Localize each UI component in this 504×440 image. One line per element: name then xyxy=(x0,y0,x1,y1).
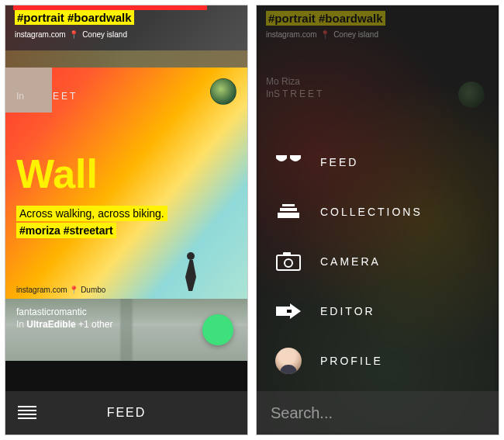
post-tags: #portrait #boardwalk xyxy=(15,10,134,25)
ghost-meta: instagram.com 📍 Coney island xyxy=(266,30,489,39)
menu-item-collections[interactable]: COLLECTIONS xyxy=(274,187,482,237)
avatar[interactable] xyxy=(210,78,236,105)
screen-menu: #portrait #boardwalk instagram.com 📍 Con… xyxy=(256,5,499,435)
editor-icon xyxy=(274,303,303,319)
post-others: +1 other xyxy=(78,319,112,330)
pin-icon: 📍 xyxy=(320,30,330,39)
post-hashtags: #moriza #streetart xyxy=(16,223,116,238)
feed-card-top[interactable]: #portrait #boardwalk instagram.com 📍 Con… xyxy=(5,5,247,68)
feed-icon xyxy=(274,155,303,169)
post-collection: UltraEdible xyxy=(26,319,75,330)
ghost-source: instagram.com xyxy=(266,30,317,39)
svg-rect-3 xyxy=(18,417,36,419)
post-author: fantasticromantic xyxy=(16,307,87,317)
ghost-author-block: Mo Riza InSTREET xyxy=(266,76,489,100)
menu-icon xyxy=(18,406,36,420)
menu-item-camera[interactable]: CAMERA xyxy=(274,237,482,286)
ghost-author: Mo Riza xyxy=(266,76,300,87)
avatar xyxy=(458,81,485,108)
post-source: instagram.com xyxy=(16,286,67,294)
post-caption: Across walking, across biking. xyxy=(16,206,167,221)
menu-label: CAMERA xyxy=(320,255,381,268)
svg-rect-0 xyxy=(18,406,36,407)
svg-rect-6 xyxy=(278,213,299,218)
svg-rect-5 xyxy=(280,208,297,211)
in-label: In xyxy=(16,319,24,330)
feed-card-main[interactable]: Mo Riza InSTREET Wall Across walking, ac… xyxy=(5,68,247,299)
pin-icon: 📍 xyxy=(69,286,78,294)
ghost-location: Coney island xyxy=(333,30,378,39)
menu-item-editor[interactable]: EDITOR xyxy=(274,286,482,336)
svg-rect-12 xyxy=(287,310,292,313)
svg-rect-1 xyxy=(18,410,36,411)
profile-avatar xyxy=(274,348,303,374)
in-label: In xyxy=(266,88,274,99)
post-location: Dumbo xyxy=(81,286,105,294)
in-label: In xyxy=(16,91,24,102)
menu-button[interactable] xyxy=(5,406,49,420)
svg-rect-4 xyxy=(282,204,295,206)
menu-item-profile[interactable]: PROFILE xyxy=(274,336,482,386)
camera-icon xyxy=(274,252,303,271)
tabbar-title: FEED xyxy=(49,406,247,420)
svg-rect-2 xyxy=(18,414,36,415)
pin-icon: 📍 xyxy=(69,30,78,39)
accent-bar xyxy=(13,5,207,10)
post-meta: instagram.com 📍 Dumbo xyxy=(16,286,105,294)
decor-brick xyxy=(5,68,52,113)
decor-figure xyxy=(182,249,201,296)
svg-point-9 xyxy=(285,259,292,267)
search-bar[interactable] xyxy=(257,391,499,435)
menu-label: FEED xyxy=(320,156,358,168)
post-caption-block: Across walking, across biking. #moriza #… xyxy=(16,205,236,239)
svg-rect-8 xyxy=(283,252,291,256)
post-meta: instagram.com 📍 Coney island xyxy=(15,30,238,39)
post-source: instagram.com xyxy=(15,30,66,39)
feed-card-bottom[interactable]: fantasticromantic In UltraEdible +1 othe… xyxy=(5,299,247,361)
post-title: Wall xyxy=(16,154,236,194)
main-menu: FEED COLLECTIONS CAMERA xyxy=(274,137,482,386)
screen-feed: #portrait #boardwalk instagram.com 📍 Con… xyxy=(5,5,248,435)
ghost-content: #portrait #boardwalk instagram.com 📍 Con… xyxy=(266,12,489,100)
menu-label: COLLECTIONS xyxy=(320,206,423,218)
search-input[interactable] xyxy=(271,404,485,422)
collections-icon xyxy=(274,204,303,220)
menu-item-feed[interactable]: FEED xyxy=(274,137,482,187)
ghost-collection: STREET xyxy=(274,88,324,99)
svg-rect-7 xyxy=(277,255,300,270)
menu-label: PROFILE xyxy=(320,355,383,367)
post-location: Coney island xyxy=(82,30,127,39)
decor-strip xyxy=(5,50,247,68)
post-author-block[interactable]: fantasticromantic In UltraEdible +1 othe… xyxy=(16,307,236,331)
svg-marker-11 xyxy=(290,303,301,319)
menu-label: EDITOR xyxy=(320,305,375,317)
tabbar: FEED xyxy=(5,391,247,435)
ghost-tags: #portrait #boardwalk xyxy=(266,11,385,26)
